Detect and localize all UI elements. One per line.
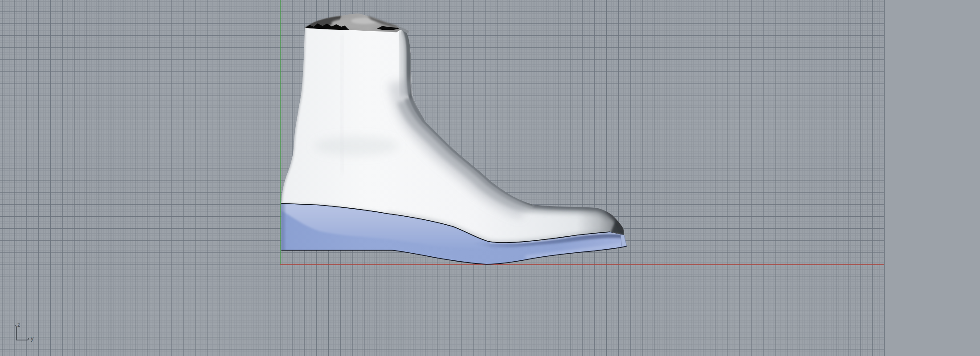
svg-text:y: y bbox=[31, 336, 34, 342]
svg-text:z: z bbox=[17, 322, 20, 328]
